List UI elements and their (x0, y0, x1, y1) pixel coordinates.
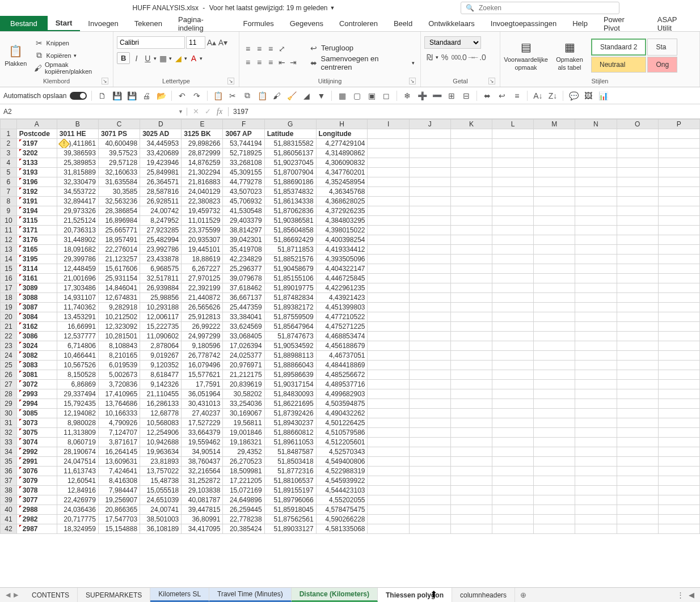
grid-cell[interactable] (368, 447, 409, 457)
grid-cell[interactable] (368, 486, 409, 495)
grid-cell[interactable]: 15,154888 (98, 524, 140, 534)
grid-cell[interactable] (492, 389, 534, 399)
name-box[interactable]: A2 ▼ (0, 108, 187, 116)
grid-cell[interactable] (534, 226, 575, 235)
grid-cell[interactable] (409, 293, 450, 303)
grid-cell[interactable]: 22,276014 (98, 245, 140, 255)
header-cell[interactable] (534, 129, 575, 139)
grid-cell[interactable]: 29,403379 (223, 216, 264, 226)
grid-cell[interactable] (492, 303, 534, 312)
grid-cell[interactable] (492, 149, 534, 158)
grid-cell[interactable] (658, 177, 699, 187)
grid-cell[interactable] (492, 495, 534, 505)
column-header[interactable]: B (57, 120, 98, 129)
grid-cell[interactable]: 23,433878 (140, 255, 182, 264)
grid-cell[interactable] (409, 197, 450, 206)
grid-cell[interactable]: 4,372926235 (316, 206, 368, 216)
row-header[interactable]: 30 (1, 409, 17, 418)
grid-cell[interactable]: 23,992786 (140, 245, 182, 255)
grid-cell[interactable]: 3086 (16, 332, 57, 341)
grid-cell[interactable] (575, 206, 617, 216)
merge-center-button[interactable]: ⬌ Samenvoegen en centreren ▾ (306, 57, 417, 69)
grid-cell[interactable] (409, 274, 450, 283)
grid-cell[interactable] (575, 476, 617, 486)
grid-cell[interactable] (450, 235, 492, 245)
grid-cell[interactable]: 31,448902 (57, 235, 98, 245)
grid-cell[interactable]: 17,303486 (57, 283, 98, 293)
grid-cell[interactable] (658, 447, 699, 457)
grid-cell[interactable]: 36,051964 (182, 389, 223, 399)
chevron-down-icon[interactable]: ▾ (169, 56, 172, 61)
grid-cell[interactable] (492, 428, 534, 438)
grid-cell[interactable]: 3191 (16, 197, 57, 206)
grid-cell[interactable] (409, 341, 450, 351)
grid-cell[interactable]: 34,417095 (182, 524, 223, 534)
grid-cell[interactable]: 25,665771 (98, 226, 140, 235)
grid-cell[interactable] (492, 418, 534, 428)
grid-cell[interactable]: 15,617606 (98, 264, 140, 274)
column-header[interactable]: P (658, 120, 699, 129)
row-header[interactable]: 3 (1, 149, 17, 158)
grid-cell[interactable] (575, 399, 617, 409)
grid-cell[interactable]: 16,079496 (182, 361, 223, 370)
grid-cell[interactable] (368, 235, 409, 245)
grid-cell[interactable]: 28,872999 (182, 149, 223, 158)
grid-cell[interactable] (534, 216, 575, 226)
grid-cell[interactable]: 15,222735 (140, 322, 182, 332)
grid-cell[interactable]: 16,286133 (140, 399, 182, 409)
grid-cell[interactable] (534, 447, 575, 457)
grid-cell[interactable] (492, 283, 534, 293)
grid-cell[interactable]: 12,674831 (98, 293, 140, 303)
grid-cell[interactable] (534, 303, 575, 312)
search-input[interactable] (479, 4, 614, 12)
chevron-down-icon[interactable]: ▾ (184, 56, 187, 61)
grid-cell[interactable] (450, 139, 492, 149)
row-header[interactable]: 20 (1, 312, 17, 322)
row-header[interactable]: 22 (1, 332, 17, 341)
paste-values-icon[interactable]: 📋 (256, 90, 268, 101)
column-header[interactable]: C (98, 120, 140, 129)
grid-cell[interactable] (492, 177, 534, 187)
grid-cell[interactable] (492, 361, 534, 370)
grid-cell[interactable] (534, 438, 575, 447)
grid-cell[interactable]: 25,98856 (140, 293, 182, 303)
grid-cell[interactable]: 3162 (16, 322, 57, 332)
grid-cell[interactable] (534, 274, 575, 283)
grid-cell[interactable]: 21,212175 (223, 370, 264, 380)
grid-cell[interactable] (409, 255, 450, 264)
grid-cell[interactable] (617, 351, 658, 361)
grid-cell[interactable] (368, 264, 409, 274)
grid-cell[interactable] (658, 264, 699, 274)
grid-cell[interactable] (450, 351, 492, 361)
grid-cell[interactable]: 39,042301 (223, 235, 264, 245)
grid-cell[interactable]: 51,89382172 (264, 303, 316, 312)
grid-cell[interactable] (492, 486, 534, 495)
grid-cell[interactable]: 3197 (16, 139, 57, 149)
grid-cell[interactable]: 25,931154 (98, 274, 140, 283)
grid-cell[interactable] (575, 495, 617, 505)
grid-cell[interactable] (658, 197, 699, 206)
grid-cell[interactable] (409, 206, 450, 216)
grid-cell[interactable] (617, 168, 658, 177)
grid-cell[interactable] (617, 380, 658, 389)
grid-cell[interactable] (409, 245, 450, 255)
grid-cell[interactable] (617, 235, 658, 245)
grid-cell[interactable]: 3083 (16, 361, 57, 370)
grid-cell[interactable] (492, 447, 534, 457)
tab-file[interactable]: Bestand (0, 16, 48, 31)
grid-cell[interactable]: 22,426979 (57, 495, 98, 505)
grid-cell[interactable]: 4,384803295 (316, 216, 368, 226)
row-header[interactable]: 34 (1, 447, 17, 457)
grid-cell[interactable]: 32,517811 (140, 274, 182, 283)
grid-cell[interactable] (450, 255, 492, 264)
grid-cell[interactable] (409, 370, 450, 380)
grid-cell[interactable] (617, 149, 658, 158)
grid-cell[interactable] (658, 438, 699, 447)
grid-cell[interactable]: 51,85374832 (264, 187, 316, 197)
grid-cell[interactable]: 51,89796066 (264, 495, 316, 505)
grid-cell[interactable]: 14,876259 (182, 158, 223, 168)
grid-cell[interactable] (409, 476, 450, 486)
grid-cell[interactable] (368, 467, 409, 476)
grid-cell[interactable] (534, 524, 575, 534)
grid-cell[interactable] (492, 206, 534, 216)
